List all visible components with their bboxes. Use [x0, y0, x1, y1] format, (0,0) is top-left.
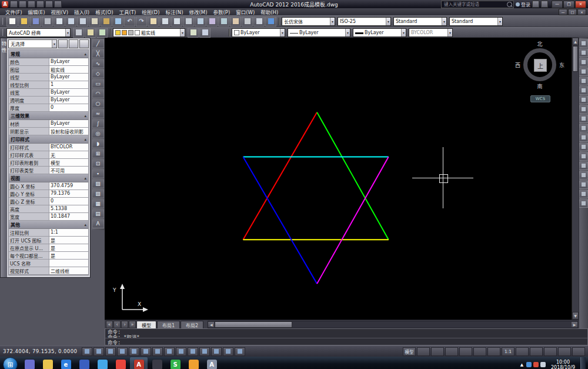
steering-wheel-icon[interactable] [473, 347, 486, 356]
sign-in-button[interactable]: 登录 [516, 1, 530, 8]
taskbar-media-player-icon[interactable] [21, 357, 38, 369]
chevron-down-icon[interactable]: ▾ [280, 29, 285, 36]
annotation-scale-button[interactable]: 1:1 [502, 347, 514, 356]
taskbar-app8-icon[interactable] [148, 357, 166, 369]
infer-constraints-toggle[interactable] [82, 347, 92, 356]
chevron-down-icon[interactable]: ▾ [52, 40, 56, 48]
table-icon[interactable]: ▤ [92, 209, 104, 218]
snap-mode-toggle[interactable] [93, 347, 104, 356]
collapse-arrow-icon[interactable]: ▴ [84, 176, 86, 181]
quick-view-drawings-icon[interactable] [431, 347, 444, 356]
mtext-icon[interactable]: A [92, 219, 104, 228]
toolbar-grip[interactable] [2, 18, 5, 25]
property-value[interactable]: 二维线框 [49, 267, 88, 274]
region-icon[interactable]: ▦ [92, 199, 104, 208]
tray-security-icon[interactable] [533, 362, 539, 367]
taskbar-autocad-icon[interactable]: A [130, 357, 148, 369]
property-value[interactable]: ByLayer [49, 58, 88, 65]
quick-select-icon[interactable] [79, 39, 89, 48]
vertical-scrollbar[interactable]: ▲ ▼ [572, 38, 579, 320]
pan-icon[interactable] [148, 16, 159, 26]
show-desktop-button[interactable] [580, 357, 586, 369]
property-value[interactable]: BYCOLOR [49, 144, 88, 151]
menu-item[interactable]: 工具(T) [116, 8, 139, 15]
make-block-icon[interactable]: ⊡ [92, 159, 104, 168]
workspace-settings-icon[interactable] [73, 28, 84, 38]
menu-item[interactable]: 视图(V) [48, 8, 71, 15]
menu-item[interactable]: 修改(M) [186, 8, 210, 15]
viewcube-top-face[interactable]: 上 [534, 59, 547, 72]
qat-open-icon[interactable] [19, 1, 26, 8]
quick-view-layouts-icon[interactable] [417, 347, 430, 356]
viewcube-south-label[interactable]: 南 [515, 82, 564, 90]
autoscale-icon[interactable] [530, 347, 543, 356]
doc-minimize-button[interactable]: — [559, 9, 567, 15]
property-section-header[interactable]: 打印样式 ▴ [9, 135, 88, 144]
scroll-left-icon[interactable]: ◀ [208, 322, 214, 327]
menu-item[interactable]: 标注(N) [162, 8, 186, 15]
ellipse-icon[interactable]: ◎ [92, 129, 104, 138]
chamfer-icon[interactable] [579, 171, 588, 179]
rotate-icon[interactable] [579, 95, 588, 104]
quickcalc-icon[interactable] [253, 16, 265, 26]
model-space-button[interactable]: 模型 [403, 347, 416, 356]
chevron-down-icon[interactable]: ▾ [442, 18, 446, 25]
chevron-down-icon[interactable]: ▾ [386, 18, 390, 25]
maximize-button[interactable]: □ [563, 1, 574, 8]
line-icon[interactable]: ╱ [92, 39, 104, 48]
pan-tool-icon[interactable] [445, 347, 458, 356]
taskbar-app10-icon[interactable] [185, 357, 202, 369]
tab-nav-next-icon[interactable]: › [121, 321, 128, 328]
qat-undo-icon[interactable] [45, 1, 53, 8]
show-lineweight-toggle[interactable] [199, 347, 210, 356]
property-value[interactable]: 模型 [49, 159, 88, 166]
scale-icon[interactable] [579, 105, 588, 114]
object-snap-toggle[interactable] [141, 347, 151, 356]
workspace-combo[interactable]: AutoCAD 经典 ▾ [6, 28, 71, 37]
show-motion-icon[interactable] [487, 347, 500, 356]
horizontal-scrollbar[interactable]: ◀ ▶ [208, 321, 578, 328]
menu-item[interactable]: 参数(P) [210, 8, 233, 15]
scroll-up-icon[interactable]: ▲ [572, 38, 579, 45]
doc-close-button[interactable]: × [577, 9, 586, 15]
layer-previous-icon[interactable] [199, 28, 211, 38]
vertical-scroll-thumb[interactable] [573, 46, 578, 72]
menu-item[interactable]: 绘图(D) [139, 8, 162, 15]
property-value[interactable]: ByLayer [49, 97, 88, 104]
chevron-down-icon[interactable]: ▾ [330, 18, 335, 25]
copy-clip-icon[interactable] [89, 16, 100, 26]
taskbar-internet-explorer-icon[interactable]: e [57, 357, 75, 369]
property-value[interactable]: 不可用 [49, 167, 88, 174]
mirror-icon[interactable] [579, 58, 588, 67]
exchange-apps-icon[interactable] [532, 1, 539, 8]
object-snap-tracking-toggle[interactable] [164, 347, 175, 356]
properties-icon[interactable] [195, 16, 206, 26]
plot-icon[interactable] [42, 16, 53, 26]
menu-item[interactable]: 帮助(H) [258, 8, 281, 15]
text-style-combo[interactable]: 长仿宋体 ▾ [282, 17, 335, 26]
move-icon[interactable] [579, 86, 588, 95]
property-value[interactable]: 无 [49, 151, 88, 158]
property-section-header[interactable]: 其他 ▴ [9, 221, 88, 229]
trim-icon[interactable] [579, 124, 588, 132]
blend-curves-icon[interactable] [579, 190, 588, 198]
collapse-arrow-icon[interactable]: ▴ [84, 222, 86, 227]
sheet-set-manager-icon[interactable] [230, 16, 241, 26]
view-cube[interactable]: 北 西 东 南 上 WCS [515, 39, 564, 105]
zoom-window-icon[interactable] [171, 16, 182, 26]
taskbar-chrome-icon[interactable] [112, 357, 129, 369]
search-input[interactable] [443, 1, 507, 8]
horizontal-scroll-thumb[interactable] [215, 321, 292, 328]
dynamic-ucs-toggle[interactable] [176, 347, 186, 356]
grid-display-toggle[interactable] [105, 347, 116, 356]
save-icon[interactable] [30, 16, 41, 26]
linetype-combo[interactable]: ByLayer ▾ [288, 28, 350, 37]
erase-icon[interactable] [579, 39, 588, 48]
chevron-down-icon[interactable]: ▾ [345, 29, 350, 36]
property-section-header[interactable]: 三维效果 ▴ [9, 112, 88, 120]
color-combo[interactable]: ByLayer ▾ [232, 28, 285, 37]
match-properties-icon[interactable] [112, 16, 123, 26]
chevron-down-icon[interactable]: ▾ [180, 29, 185, 36]
zoom-tool-icon[interactable] [459, 347, 472, 356]
tray-volume-icon[interactable] [540, 362, 546, 367]
